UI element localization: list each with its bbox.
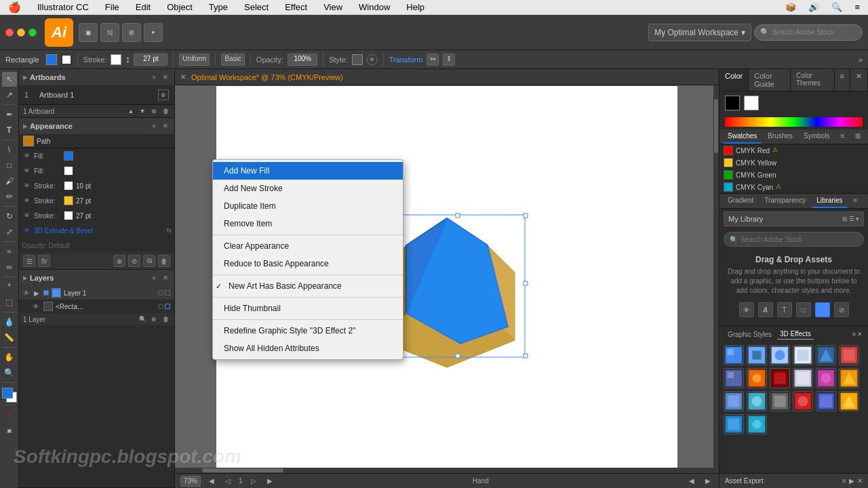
app-tb-new-stroke[interactable]: ⊘	[128, 255, 140, 267]
tool-gradient-fill[interactable]: ▣	[2, 423, 17, 438]
artboard-item[interactable]: 1 Artboard 1 ⊕	[19, 87, 174, 103]
layers-find-btn[interactable]: 🔍	[138, 314, 147, 324]
fill-1-swatch[interactable]	[64, 151, 73, 161]
artboards-close-icon[interactable]: ✕	[161, 73, 170, 82]
tool-type[interactable]: T	[2, 123, 17, 138]
gradient-menu[interactable]: ≡	[850, 194, 862, 208]
tab-symbols[interactable]: Symbols	[800, 129, 833, 144]
menu-select[interactable]: Select	[241, 2, 271, 12]
tb-btn-1[interactable]: ▣	[79, 23, 98, 42]
gs-item-6[interactable]	[839, 345, 859, 365]
vis-3d[interactable]: 👁	[22, 226, 31, 235]
layers-menu-icon[interactable]: ≡	[149, 273, 159, 283]
vis-stroke-2[interactable]: 👁	[22, 196, 31, 205]
canvas-nav-left[interactable]: ◀	[686, 476, 697, 487]
layers-close-icon[interactable]: ✕	[161, 273, 170, 283]
gs-item-14[interactable]	[747, 391, 767, 411]
dnd-text-icon[interactable]: A	[758, 302, 773, 317]
stroke-up-btn[interactable]: ▲▼	[125, 56, 130, 64]
tool-rotate[interactable]: ↻	[2, 209, 17, 224]
tab-color[interactable]: Color	[719, 69, 749, 91]
tool-rect[interactable]: □	[2, 158, 17, 173]
layer-1-arrow[interactable]: ▶	[34, 289, 41, 297]
gs-item-20[interactable]	[747, 414, 767, 434]
tab-color-guide[interactable]: Color Guide	[749, 69, 791, 91]
appearance-fill-1[interactable]: 👁 Fill:	[19, 148, 174, 163]
appearance-3d-effect[interactable]: 👁 3D Extrude & Bevel fx	[19, 223, 174, 238]
appearance-stroke-2[interactable]: 👁 Stroke: 27 pt	[19, 193, 174, 208]
app-tb-delete[interactable]: 🗑	[158, 255, 170, 267]
gs-item-8[interactable]	[747, 368, 767, 388]
tab-color-themes[interactable]: Color Themes	[791, 69, 835, 91]
dnd-char-icon[interactable]: T	[777, 302, 792, 317]
tab-swatches[interactable]: Swatches	[724, 129, 761, 144]
fill-color-box[interactable]	[2, 388, 13, 399]
lib-grid-icon[interactable]: ⊞	[842, 216, 848, 222]
layers-new-btn[interactable]: ⊕	[149, 314, 159, 324]
ctx-clear-appearance[interactable]: Clear Appearance	[213, 237, 403, 255]
color-spectrum[interactable]	[725, 117, 863, 127]
tool-select[interactable]: ↖	[2, 72, 17, 87]
ctx-reduce-basic[interactable]: Reduce to Basic Appearance	[213, 255, 403, 272]
tool-paintbrush[interactable]: 🖌	[2, 174, 17, 188]
transform-btn1[interactable]: ⇔	[427, 54, 439, 66]
artboard-up-btn[interactable]: ▲	[126, 106, 136, 116]
stroke-swatch[interactable]	[111, 54, 121, 65]
search-stock-top[interactable]: 🔍 Search Adobe Stock	[754, 24, 863, 41]
zoom-selector[interactable]: 73%	[180, 476, 201, 487]
app-tb-fx[interactable]: fx	[38, 255, 50, 267]
color-panel-close[interactable]: ✕	[850, 69, 868, 91]
gs-item-11[interactable]	[816, 368, 836, 388]
gs-item-3[interactable]	[770, 345, 790, 365]
tab-brushes[interactable]: Brushes	[764, 129, 797, 144]
dnd-color-icon[interactable]	[815, 302, 830, 317]
stroke-2-swatch[interactable]	[64, 196, 73, 205]
app-tb-new-fill[interactable]: ⊕	[113, 255, 125, 267]
menu-type[interactable]: Type	[206, 2, 231, 12]
apple-menu[interactable]: 🍎	[5, 1, 24, 14]
asset-export-close[interactable]: ✕	[857, 477, 863, 485]
vis-fill-2[interactable]: 👁	[22, 166, 31, 176]
tab-transparency[interactable]: Transparency	[760, 194, 810, 208]
appearance-opacity[interactable]: Opacity: Default	[19, 238, 174, 253]
menu-view[interactable]: View	[321, 2, 345, 12]
tool-symbol[interactable]: *	[2, 279, 17, 294]
appearance-fill-2[interactable]: 👁 Fill:	[19, 163, 174, 178]
vis-stroke-1[interactable]: 👁	[22, 181, 31, 190]
dnd-hide-icon[interactable]: ⊘	[834, 302, 849, 317]
artboard-delete-btn[interactable]: 🗑	[161, 106, 170, 116]
menu-window[interactable]: Window	[356, 2, 393, 12]
tb-btn-2[interactable]: S|	[100, 23, 119, 42]
dnd-shape-icon[interactable]: □	[796, 302, 811, 317]
appearance-menu-icon[interactable]: ≡	[149, 121, 159, 131]
appearance-panel-header[interactable]: ▶ Appearance ≡ ✕	[19, 118, 174, 134]
tool-eyedropper[interactable]: 💧	[2, 314, 17, 329]
recta-vis[interactable]: 👁	[33, 303, 41, 310]
circle-btn[interactable]: ⊕	[367, 54, 378, 65]
tab-gradient[interactable]: Gradient	[724, 194, 757, 208]
vis-fill-1[interactable]: 👁	[22, 151, 31, 161]
vscroll-thumb[interactable]	[714, 99, 718, 153]
ctx-hide-thumbnail[interactable]: Hide Thumbnail	[213, 300, 403, 317]
tool-pen[interactable]: ✒	[2, 107, 17, 122]
artboard-down-btn[interactable]: ▼	[138, 106, 147, 116]
basic-dropdown[interactable]: Basic	[221, 54, 244, 66]
ctx-redefine-style[interactable]: Redefine Graphic Style "3D Effect 2"	[213, 322, 403, 340]
stroke-1-swatch[interactable]	[64, 181, 73, 190]
swatch-cmyk-yellow[interactable]: CMYK Yellow	[719, 157, 868, 169]
gs-item-1[interactable]	[724, 345, 744, 365]
swatches-grid-btn[interactable]: ⊞	[851, 129, 865, 144]
menu-file[interactable]: File	[102, 2, 122, 12]
swatches-menu[interactable]: ≡	[836, 129, 848, 144]
tab-libraries[interactable]: Libraries	[812, 194, 846, 208]
tool-blend[interactable]: ∞	[2, 260, 17, 274]
style-swatch[interactable]	[352, 54, 363, 65]
swatch-cmyk-cyan[interactable]: CMYK Cyan ⚠	[719, 181, 868, 193]
lib-search-input[interactable]	[741, 236, 858, 243]
tool-artboard[interactable]: ⬚	[2, 295, 17, 310]
ctx-show-hidden[interactable]: Show All Hidden Attributes	[213, 340, 403, 357]
swatch-cmyk-green[interactable]: CMYK Green	[719, 169, 868, 181]
minimize-window-btn[interactable]	[17, 28, 25, 37]
prev-page-btn[interactable]: ◀	[206, 476, 217, 487]
gs-item-16[interactable]	[793, 391, 813, 411]
